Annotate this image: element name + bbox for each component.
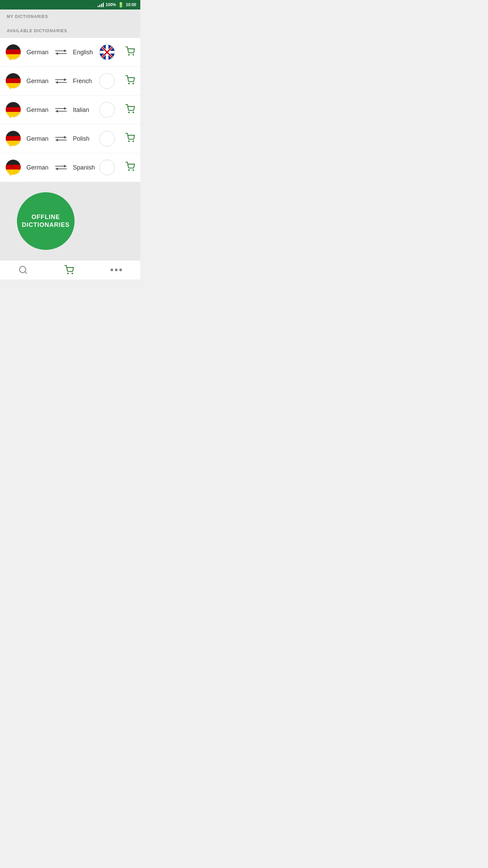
- dictionary-list: German English: [0, 38, 140, 182]
- dict-item-german-french[interactable]: German French: [0, 67, 140, 96]
- clock: 10:00: [126, 2, 136, 7]
- target-lang-5: Spanish: [73, 164, 97, 171]
- svg-marker-13: [64, 107, 67, 110]
- my-dictionaries-header: MY DICTIONARIES: [0, 9, 140, 24]
- search-nav-button[interactable]: [18, 265, 28, 275]
- flag-polish: [99, 131, 115, 146]
- bottom-navigation: [0, 260, 140, 279]
- svg-marker-9: [55, 81, 58, 84]
- offline-dictionaries-button[interactable]: OFFLINE DICTIONARIES: [17, 192, 75, 250]
- dict-item-german-spanish[interactable]: German Spanish: [0, 153, 140, 182]
- dict-item-german-english[interactable]: German English: [0, 38, 140, 67]
- svg-point-33: [72, 273, 73, 274]
- dot-1: [110, 269, 113, 271]
- svg-marker-1: [64, 50, 67, 52]
- available-dictionaries-header: AVAILABLE DICTIONARIES: [0, 24, 140, 38]
- source-lang-3: German: [26, 106, 52, 114]
- add-to-cart-2[interactable]: [123, 75, 135, 87]
- svg-marker-7: [64, 78, 67, 81]
- flag-german-1: [5, 44, 22, 60]
- arrows-1: [55, 48, 67, 56]
- more-nav-button[interactable]: [110, 269, 122, 271]
- dict-item-german-italian[interactable]: German Italian: [0, 96, 140, 124]
- svg-point-22: [128, 141, 129, 141]
- source-lang-4: German: [26, 135, 52, 142]
- flag-uk: [99, 44, 115, 60]
- source-lang-1: German: [26, 49, 52, 56]
- dot-2: [115, 269, 118, 271]
- status-bar: 100% 🔋 10:00: [0, 0, 140, 9]
- flag-spanish: [99, 160, 115, 175]
- flag-german-2: [5, 73, 22, 89]
- flag-german-5: [5, 159, 22, 176]
- arrows-3: [55, 106, 67, 114]
- add-to-cart-4[interactable]: [123, 133, 135, 145]
- target-lang-4: Polish: [73, 135, 97, 142]
- arrows-2: [55, 77, 67, 85]
- svg-marker-21: [55, 139, 58, 141]
- svg-point-17: [133, 112, 134, 113]
- flag-french: [99, 73, 115, 89]
- signal-icon: [98, 2, 104, 7]
- cart-nav-button[interactable]: [64, 265, 74, 275]
- svg-marker-25: [64, 165, 67, 167]
- target-lang-1: English: [73, 49, 97, 56]
- svg-point-10: [128, 83, 129, 84]
- svg-point-11: [133, 83, 134, 84]
- source-lang-2: German: [26, 78, 52, 85]
- arrows-4: [55, 135, 67, 142]
- svg-point-29: [133, 170, 134, 170]
- flag-german-3: [5, 102, 22, 118]
- arrows-5: [55, 164, 67, 171]
- target-lang-2: French: [73, 78, 97, 85]
- flag-italian: [99, 102, 115, 118]
- svg-marker-15: [55, 110, 58, 113]
- svg-point-4: [128, 54, 129, 55]
- battery-percent: 100%: [106, 2, 116, 7]
- flag-german-4: [5, 131, 22, 147]
- battery-icon: 🔋: [118, 2, 124, 7]
- dict-item-german-polish[interactable]: German Polish: [0, 124, 140, 153]
- svg-point-32: [67, 273, 68, 274]
- svg-point-16: [128, 112, 129, 113]
- offline-section: OFFLINE DICTIONARIES: [0, 182, 140, 260]
- svg-marker-27: [55, 167, 58, 170]
- svg-point-28: [128, 170, 129, 170]
- add-to-cart-3[interactable]: [123, 104, 135, 116]
- svg-marker-19: [64, 136, 67, 139]
- svg-line-31: [25, 272, 26, 273]
- source-lang-5: German: [26, 164, 52, 171]
- dot-3: [119, 269, 122, 271]
- target-lang-3: Italian: [73, 106, 97, 114]
- add-to-cart-5[interactable]: [123, 162, 135, 174]
- svg-point-23: [133, 141, 134, 141]
- svg-marker-3: [55, 52, 58, 55]
- add-to-cart-1[interactable]: [123, 46, 135, 58]
- svg-point-5: [133, 54, 134, 55]
